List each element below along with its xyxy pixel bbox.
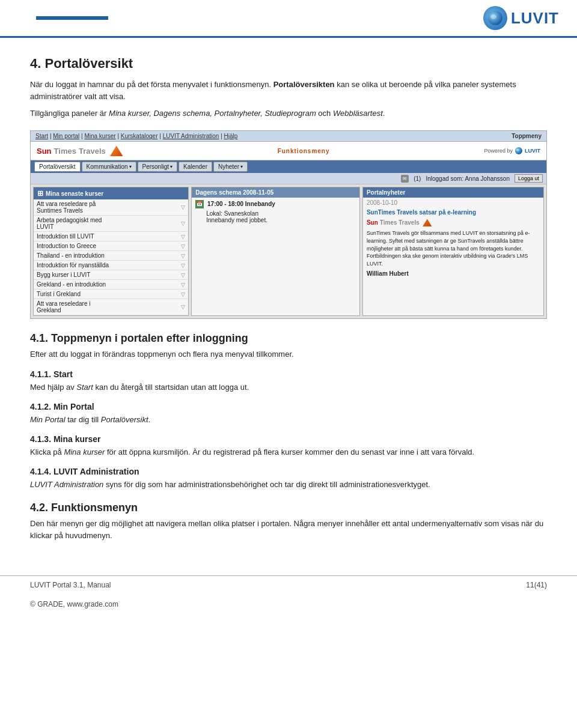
nav-kommunikation[interactable]: Kommunikation ▾ [82,162,136,172]
arrow-icon-3: ▽ [181,234,185,240]
page-footer: LUVIT Portal 3.1, Manual 11(41) [0,575,577,594]
topbar-hjalp[interactable]: Hjälp [224,133,238,139]
section413-number: 4.1.3. [30,434,51,444]
course-1: Att vara reseledare påSuntimes Travels [37,201,96,214]
news-logo-rest: Times Travels [380,219,420,226]
arrow-icon-7: ▽ [181,272,185,278]
news-body: SunTimes Travels gör tillsammans med LUV… [363,228,543,268]
panel-right: Portalnyheter 2008-10-10 SunTimes Travel… [362,187,544,316]
course-9: Turist i Grekland [37,291,81,297]
topbar-luvitadmin[interactable]: LUVIT Administration [163,133,219,139]
nav-nyheter[interactable]: Nyheter ▾ [213,162,248,172]
panel-middle: Dagens schema 2008-11-05 📅 17:00 - 18:00… [191,187,360,316]
section42-heading: 4.2. Funktionsmenyn [30,502,547,514]
svg-point-2 [515,147,522,154]
list-item[interactable]: Att vara reseledare påSuntimes Travels ▽ [34,199,188,216]
section411-italic: Start [76,383,93,392]
section411-prefix: Med hjälp av [30,383,76,392]
portal-funkmeny-area: Funktionsmeny [278,148,330,154]
news-logo-icon [423,219,432,226]
section42-number: 4.2. [30,502,48,514]
topbar-kurskat[interactable]: Kurskataloger [121,133,158,139]
page-header: LUVIT [0,0,577,38]
course-10: Att vara reseledare iGrekland [37,300,91,314]
news-logo: SunTimes Travels [363,217,543,228]
portal-logo-times: Times [54,147,76,156]
para2-suffix: och [316,109,333,118]
panel-right-header: Portalnyheter [363,187,543,198]
para2-end: . [383,109,385,118]
section412-end: . [148,415,151,424]
powered-luvit-text: LUVIT [525,148,540,154]
para1-text: När du loggat in hamnar du på det första… [30,80,271,89]
portal-panels: ⊞ Mina senaste kurser Att vara reseledar… [31,184,546,318]
panel-middle-title: Dagens schema 2008-11-05 [195,189,273,196]
para2-italic: Mina kurser, Dagens schema, Portalnyhete… [109,109,316,118]
section412-body: Min Portal tar dig till Portalöversikt. [30,414,547,426]
section414-body: LUVIT Administration syns för dig som ha… [30,479,547,491]
portal-logo-icon [110,145,123,156]
section412-italic1: Min Portal [30,415,66,424]
topbar-start[interactable]: Start [35,133,48,139]
list-item[interactable]: Introduktion för nyanställda ▽ [34,261,188,270]
arrow-icon-8: ▽ [181,282,185,288]
notification-bell[interactable]: ✉ [401,175,409,183]
list-item[interactable]: Introduction to Greece ▽ [34,241,188,251]
arrow-icon-1: ▽ [181,204,185,210]
topbar-minportal[interactable]: Min portal [53,133,79,139]
event-desc-text: Innebandy med jobbet. [206,217,267,223]
topmeny-label: Toppmeny [511,133,542,139]
course-3: Introduktion till LUVIT [37,233,94,240]
panel-left-plus: ⊞ [37,189,43,198]
nav-kalender[interactable]: Kalender [179,162,212,172]
accent-bar [36,16,108,20]
news-date: 2008-10-10 [363,198,543,208]
event-time: 📅 17:00 - 18:00 Innebandy [195,200,356,208]
list-item[interactable]: Thailand - en introduktion ▽ [34,251,188,261]
section411-body: Med hjälp av Start kan du återgå till st… [30,381,547,393]
list-item[interactable]: Introduktion till LUVIT ▽ [34,232,188,241]
section42-title: Funktionsmenyn [51,502,138,514]
event-location-text: Lokal: Svaneskolan [206,210,258,217]
main-content: 4. Portalöversikt När du loggat in hamna… [0,38,577,563]
section413-body: Klicka på Mina kurser för att öppna kurs… [30,446,547,458]
section414-number: 4.1.4. [30,467,51,476]
svg-point-3 [516,149,519,151]
luvit-logo: LUVIT [483,6,559,30]
nav-portaloverview[interactable]: Portalöversikt [34,162,81,172]
section413-prefix: Klicka på [30,447,64,457]
list-item[interactable]: Arbeta pedagogiskt medLUVIT ▽ [34,216,188,232]
portal-topbar-left: Start | Min portal | Mina kurser | Kursk… [35,133,237,139]
portal-topbar: Start | Min portal | Mina kurser | Kursk… [31,131,546,142]
luvit-logo-circle [483,6,507,30]
arrow-icon-10: ▽ [181,304,185,310]
list-item[interactable]: Bygg kurser i LUVIT ▽ [34,270,188,280]
inloggad-text: Inloggad som: Anna Johansson [426,175,510,182]
portal-inloggad-bar: ✉ (1) Inloggad som: Anna Johansson Logga… [31,173,546,184]
para2-italic2: Webbläsartest [333,109,383,118]
section414-suffix: syns för dig som har administrationsbehö… [103,480,430,489]
list-item[interactable]: Turist i Grekland ▽ [34,290,188,299]
section412-suffix: tar dig till [66,415,101,424]
event-location: Lokal: Svaneskolan Innebandy med jobbet. [206,210,356,223]
section411-suffix: kan du återgå till startsidan utan att l… [93,383,249,392]
news-title: SunTimes Travels satsar på e-learning [363,208,543,217]
course-5: Thailand - en introduktion [37,252,105,259]
arrow-icon-9: ▽ [181,291,185,297]
panel-middle-header: Dagens schema 2008-11-05 [192,187,359,198]
topbar-minakurser[interactable]: Mina kurser [84,133,115,139]
panel-left-header: ⊞ Mina senaste kurser [34,187,188,199]
news-title-text: SunTimes Travels satsar på e-learning [367,209,476,216]
nav-personligt[interactable]: Personligt ▾ [138,162,177,172]
section42-body: Den här menyn ger dig möjlighet att navi… [30,518,547,542]
logga-ut-button[interactable]: Logga ut [514,174,543,183]
portal-powered: Powered by LUVIT [484,147,540,155]
section411-title: Start [53,369,73,379]
list-item[interactable]: Grekland - en introduktion ▽ [34,280,188,290]
list-item[interactable]: Att vara reseledare iGrekland ▽ [34,299,188,315]
portal-logo-travels: Travels [79,147,106,156]
section414-italic: LUVIT Administration [30,480,103,489]
section413-heading: 4.1.3. Mina kurser [30,434,547,444]
section414-heading: 4.1.4. LUVIT Administration [30,467,547,476]
page-copyright: © GRADE, www.grade.com [0,594,577,614]
